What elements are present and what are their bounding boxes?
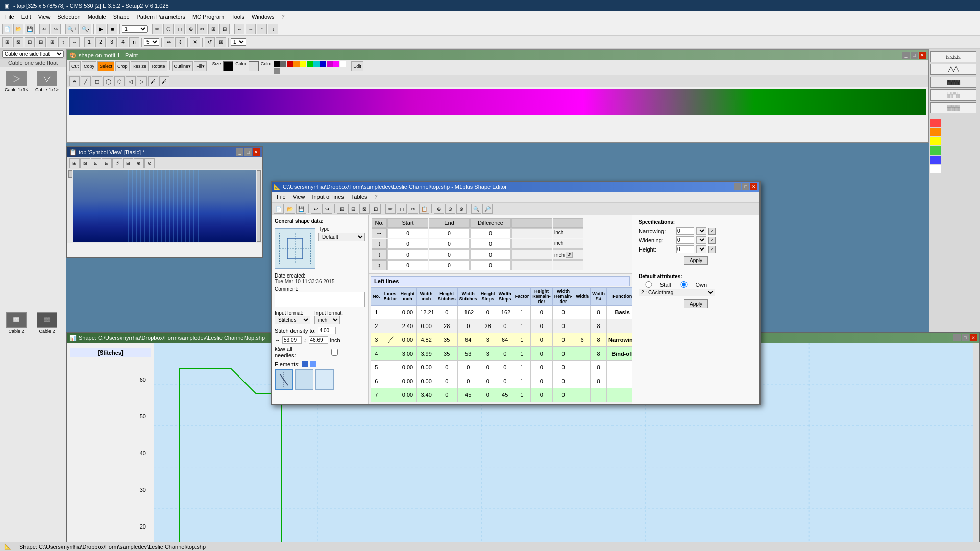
sidebar-item-cable3[interactable]: ▓▓ Cable 2 [2, 310, 31, 549]
num4[interactable]: 4 [118, 37, 128, 47]
menu-windows[interactable]: Windows [249, 13, 278, 21]
se-element-color2[interactable] [310, 361, 316, 367]
se-tb18[interactable]: 🔎 [482, 204, 493, 214]
table-row[interactable]: 3╱0.004.82356436410068Narrowing0CMS >6< … [371, 333, 632, 347]
color-mid-gray[interactable] [274, 68, 280, 74]
color-orange[interactable] [293, 61, 300, 67]
color-red[interactable] [287, 61, 293, 67]
se-own-radio[interactable] [674, 281, 694, 288]
se-def-attr-select[interactable]: 2 : CAclothrag [639, 289, 715, 296]
pt-color-white[interactable] [249, 61, 259, 71]
menu-shape[interactable]: Shape [110, 13, 133, 21]
coord-r1-diff[interactable] [470, 228, 511, 238]
se-comment-input[interactable] [275, 292, 365, 307]
se-sd-input[interactable] [318, 327, 336, 334]
zoom-in-btn[interactable]: 🔍+ [65, 24, 79, 34]
new-btn[interactable]: 📄 [2, 24, 12, 34]
se-tb12[interactable]: ✂ [408, 204, 418, 214]
se-narrowing-input[interactable] [676, 227, 694, 235]
se-tb4[interactable]: ↩ [311, 204, 321, 214]
tool2[interactable]: ⬡ [163, 24, 174, 34]
color-gray[interactable] [280, 61, 286, 67]
se-tb7[interactable]: ⊟ [348, 204, 358, 214]
se-swatch-2[interactable] [295, 369, 313, 390]
coord-r1-end[interactable] [429, 228, 470, 238]
coord-r4-diff[interactable] [470, 260, 511, 270]
sym1-canvas[interactable] [74, 170, 256, 242]
color-yellow[interactable] [300, 61, 306, 67]
table-row[interactable]: 60.000.00000010080CMS >6< / [371, 374, 632, 388]
se-tb2[interactable]: 📂 [285, 204, 295, 214]
se-widening-input[interactable] [676, 236, 694, 244]
paint-canvas[interactable] [69, 89, 926, 115]
rp-1[interactable]: ◺◺◺◺ [930, 51, 976, 62]
tb2-4[interactable]: ⊟ [36, 37, 46, 47]
redo-btn[interactable]: ↪ [51, 24, 61, 34]
mirror-h[interactable]: ⇔ [164, 37, 174, 47]
s1-t4[interactable]: ⊟ [102, 158, 112, 168]
coord-r4-end[interactable] [429, 260, 470, 270]
table-row[interactable]: 22.400.0028028010080CMS >6< / [371, 319, 632, 333]
tool3[interactable]: ◻ [175, 24, 185, 34]
rc-red[interactable] [930, 119, 941, 127]
number-select[interactable]: 5 [144, 38, 159, 46]
rc-green[interactable] [930, 146, 941, 155]
se-tb15[interactable]: ⊙ [445, 204, 455, 214]
paint-max-btn[interactable]: □ [911, 52, 918, 59]
bot-max[interactable]: □ [962, 334, 969, 341]
se-narrowing-select[interactable]: ▼ [696, 227, 706, 235]
table-row[interactable]: 10.00-12.210-1620-1621008Basis0CMS >6< / [371, 306, 632, 319]
rp-4[interactable]: ░░░░ [930, 89, 976, 101]
se-kw-checkbox[interactable] [304, 349, 365, 356]
s1-t8[interactable]: ⊙ [144, 158, 155, 168]
se-min-btn[interactable]: _ [734, 183, 741, 190]
menu-tools[interactable]: Tools [228, 13, 248, 21]
se-tb9[interactable]: ⊡ [371, 204, 381, 214]
undo-btn[interactable]: ↩ [39, 24, 50, 34]
menu-help[interactable]: ? [279, 13, 288, 21]
pt-brush[interactable]: 🖌 [159, 76, 169, 86]
num3[interactable]: 3 [107, 37, 117, 47]
se-tb13[interactable]: 📋 [419, 204, 429, 214]
pt-t8[interactable]: 🖌 [148, 76, 158, 86]
se-tb5[interactable]: ↪ [322, 204, 332, 214]
chart-scrollbar[interactable] [973, 343, 979, 550]
pt-t4[interactable]: ◯ [103, 76, 113, 86]
se-format2-select[interactable]: inch [314, 316, 340, 324]
menu-edit[interactable]: Edit [18, 13, 34, 21]
se-height-input[interactable] [676, 245, 694, 253]
pt-btn5[interactable]: Resize [131, 61, 149, 71]
se-type-select[interactable]: Default [318, 233, 365, 241]
save-btn[interactable]: 💾 [24, 24, 35, 34]
sidebar-dropdown[interactable]: Cable one side float [2, 50, 64, 58]
coord-r3-btn[interactable]: ↺ [566, 252, 573, 258]
color-white[interactable] [340, 61, 346, 67]
table-row[interactable]: 43.003.993553301008Bind-off0CMS >6< / [371, 347, 632, 361]
color-magenta[interactable] [333, 61, 339, 67]
sym1-close[interactable]: ✕ [253, 148, 260, 156]
se-widening-check[interactable]: ✓ [708, 237, 716, 244]
coord-r3-start[interactable] [387, 249, 428, 260]
menu-mc-program[interactable]: MC Program [189, 13, 227, 21]
paint-close-btn[interactable]: ✕ [919, 52, 926, 59]
se-format1-select[interactable]: Stitches [275, 316, 310, 324]
s1-right-scrollbar[interactable] [257, 170, 261, 242]
se-apply-btn[interactable]: Apply [684, 256, 708, 265]
pt-btn2[interactable]: Copy [82, 61, 96, 71]
menu-selection[interactable]: Selection [54, 13, 83, 21]
num1[interactable]: 1 [84, 37, 94, 47]
coord-r2-end[interactable] [429, 239, 470, 249]
se-swatch-3[interactable] [315, 369, 334, 390]
pt-btn3[interactable]: Select [97, 61, 114, 71]
rp-2[interactable]: ╱╲╱╲ [930, 64, 976, 75]
pt-btn6[interactable]: Rotate [150, 61, 167, 71]
se-menu-help[interactable]: ? [372, 193, 381, 201]
arrow4[interactable]: ↓ [268, 24, 278, 34]
pt-color-black[interactable] [223, 61, 233, 71]
tool5[interactable]: ✂ [197, 24, 207, 34]
s1-t2[interactable]: ⊠ [80, 158, 90, 168]
tb2-3[interactable]: ⊡ [24, 37, 35, 47]
pt-btn1[interactable]: Cut [69, 61, 81, 71]
se-tb6[interactable]: ⊞ [337, 204, 347, 214]
menu-file[interactable]: File [2, 13, 17, 21]
